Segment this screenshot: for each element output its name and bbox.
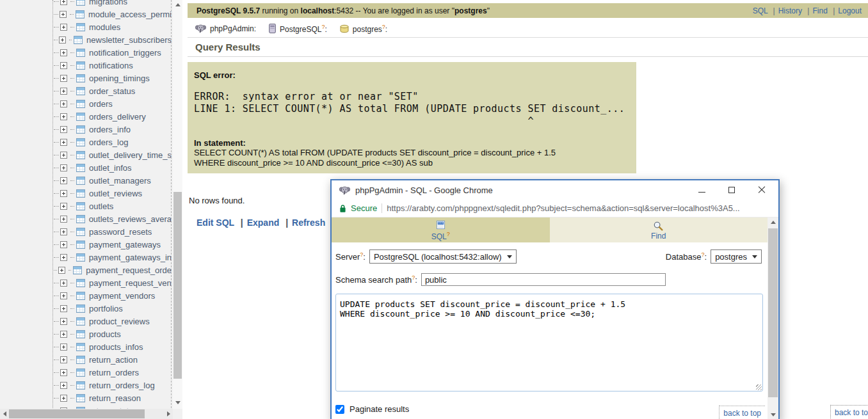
topbar-link[interactable]: SQL bbox=[753, 6, 768, 15]
tree-item-table[interactable]: orders_delivery bbox=[0, 110, 172, 123]
scroll-left-arrow-icon[interactable] bbox=[0, 409, 9, 419]
popup-title-bar[interactable]: phpPgAdmin - SQL - Google Chrome bbox=[332, 180, 778, 200]
tree-item-table[interactable]: outlet_infos bbox=[0, 161, 172, 174]
expand-plus-icon[interactable] bbox=[60, 292, 67, 299]
tab-find-label[interactable]: Find bbox=[651, 232, 666, 240]
minimize-icon[interactable] bbox=[698, 187, 705, 194]
expand-plus-icon[interactable] bbox=[60, 356, 67, 363]
expand-plus-icon[interactable] bbox=[60, 88, 67, 95]
expand-plus-icon[interactable] bbox=[60, 62, 67, 69]
textarea-resize-grip-icon[interactable] bbox=[756, 384, 762, 390]
expand-plus-icon[interactable] bbox=[60, 49, 67, 56]
schema-search-path-input[interactable] bbox=[421, 273, 666, 286]
tree-item-table[interactable]: products bbox=[0, 328, 172, 340]
expand-plus-icon[interactable] bbox=[60, 344, 67, 351]
tree-item-table[interactable]: return_orders_log bbox=[0, 379, 172, 391]
tree-item-table[interactable]: return_orders bbox=[0, 366, 172, 379]
sidebar-horizontal-scrollbar[interactable] bbox=[0, 409, 173, 419]
expand-plus-icon[interactable] bbox=[60, 177, 67, 184]
expand-plus-icon[interactable] bbox=[60, 113, 67, 120]
expand-plus-icon[interactable] bbox=[60, 331, 67, 338]
breadcrumb-server[interactable]: PostgreSQL?: bbox=[280, 24, 327, 34]
scroll-right-arrow-icon[interactable] bbox=[164, 409, 173, 419]
tree-item-table[interactable]: products_infos bbox=[0, 340, 172, 353]
expand-plus-icon[interactable] bbox=[60, 369, 67, 376]
help-link[interactable]: ? bbox=[447, 231, 450, 237]
expand-plus-icon[interactable] bbox=[60, 241, 67, 248]
tree-item-table[interactable]: orders bbox=[0, 97, 172, 110]
expand-plus-icon[interactable] bbox=[60, 395, 67, 402]
result-action-link[interactable]: Refresh bbox=[292, 217, 325, 228]
server-link[interactable]: PostgreSQL bbox=[280, 25, 321, 34]
expand-plus-icon[interactable] bbox=[60, 11, 67, 18]
maximize-icon[interactable] bbox=[728, 187, 735, 193]
expand-plus-icon[interactable] bbox=[60, 24, 67, 31]
tree-item-table[interactable]: outlets bbox=[0, 200, 172, 212]
expand-plus-icon[interactable] bbox=[60, 305, 67, 312]
expand-plus-icon[interactable] bbox=[59, 36, 66, 43]
tree-item-table[interactable]: return_action bbox=[0, 353, 172, 366]
sql-query-textarea[interactable]: UPDATE products SET discount_price = dis… bbox=[335, 294, 763, 391]
tree-item-table[interactable]: newsletter_subscribers bbox=[0, 33, 172, 46]
tree-item-table[interactable]: notification_triggers bbox=[0, 46, 172, 59]
expand-plus-icon[interactable] bbox=[60, 0, 67, 5]
database-link[interactable]: postgres bbox=[353, 25, 382, 34]
tree-item-table[interactable]: return_reason bbox=[0, 391, 172, 404]
expand-plus-icon[interactable] bbox=[60, 280, 67, 287]
expand-plus-icon[interactable] bbox=[60, 228, 67, 235]
expand-plus-icon[interactable] bbox=[60, 152, 67, 159]
sidebar-horizontal-scrollbar-thumb[interactable] bbox=[9, 409, 145, 418]
sidebar-vertical-scrollbar[interactable] bbox=[173, 0, 182, 409]
tree-item-table[interactable]: portfolios bbox=[0, 302, 172, 315]
expand-plus-icon[interactable] bbox=[60, 382, 67, 389]
tree-item-table[interactable]: outlet_reviews bbox=[0, 187, 172, 200]
tree-item-table[interactable]: outlet_managers bbox=[0, 174, 172, 187]
paginate-results-label[interactable]: Paginate results bbox=[350, 404, 409, 414]
tree-item-table[interactable]: payment_gateways_in bbox=[0, 251, 172, 264]
expand-plus-icon[interactable] bbox=[60, 318, 67, 325]
tree-item-table[interactable]: opening_timings bbox=[0, 72, 172, 84]
tree-item-table[interactable]: payment_request_orde bbox=[0, 264, 172, 276]
expand-plus-icon[interactable] bbox=[60, 139, 67, 146]
close-icon[interactable] bbox=[758, 186, 766, 194]
database-select[interactable]: postgres bbox=[711, 249, 762, 264]
tree-item-table[interactable]: module_access_permi bbox=[0, 8, 172, 20]
expand-plus-icon[interactable] bbox=[60, 126, 67, 133]
secure-label[interactable]: Secure bbox=[351, 203, 377, 213]
expand-plus-icon[interactable] bbox=[60, 75, 67, 82]
server-select[interactable]: PostgreSQL (localhost:5432:allow) bbox=[369, 249, 517, 264]
result-action-link[interactable]: Expand bbox=[247, 217, 280, 228]
popup-address-bar[interactable]: Secure https://arabty.com/phppgnext/sqle… bbox=[332, 200, 778, 217]
tab-sql[interactable]: SQL? bbox=[332, 217, 550, 242]
tab-sql-label[interactable]: SQL? bbox=[431, 230, 450, 241]
popup-vertical-scrollbar[interactable] bbox=[768, 217, 778, 419]
result-action-link[interactable]: Edit SQL bbox=[197, 217, 234, 228]
expand-plus-icon[interactable] bbox=[58, 267, 65, 274]
tree-item-table[interactable]: orders_log bbox=[0, 136, 172, 148]
expand-plus-icon[interactable] bbox=[60, 190, 67, 197]
sidebar-vertical-scrollbar-thumb[interactable] bbox=[173, 192, 182, 379]
tree-item-table[interactable]: outlets_reviews_avera bbox=[0, 212, 172, 225]
breadcrumb-database[interactable]: postgres?: bbox=[353, 24, 387, 34]
tab-find[interactable]: Find bbox=[550, 217, 768, 242]
expand-plus-icon[interactable] bbox=[60, 254, 67, 261]
tree-item-table[interactable]: orders_info bbox=[0, 123, 172, 136]
paginate-results-checkbox[interactable] bbox=[335, 405, 344, 414]
scroll-down-arrow-icon[interactable] bbox=[768, 410, 778, 419]
url-text[interactable]: https://arabty.com/phppgnext/sqledit.php… bbox=[387, 203, 740, 213]
topbar-link[interactable]: Find bbox=[812, 6, 827, 15]
tree-item-table[interactable]: password_resets bbox=[0, 225, 172, 238]
scroll-up-arrow-icon[interactable] bbox=[173, 0, 182, 10]
popup-scrollbar-thumb[interactable] bbox=[768, 228, 778, 397]
tree-item-table[interactable]: order_status bbox=[0, 84, 172, 97]
topbar-link[interactable]: Logout bbox=[838, 6, 862, 15]
topbar-link[interactable]: History bbox=[778, 6, 802, 15]
tree-item-table[interactable]: notifications bbox=[0, 59, 172, 72]
tree-item-table[interactable]: payment_gateways bbox=[0, 238, 172, 251]
tree-item-table[interactable]: migrations bbox=[0, 0, 172, 8]
expand-plus-icon[interactable] bbox=[60, 216, 67, 223]
tree-item-table[interactable]: payment_vendors bbox=[0, 289, 172, 302]
tree-item-table[interactable]: payment_request_ven bbox=[0, 276, 172, 289]
back-to-top-link[interactable]: back to top bbox=[830, 405, 868, 419]
tree-item-table[interactable]: product_reviews bbox=[0, 315, 172, 328]
